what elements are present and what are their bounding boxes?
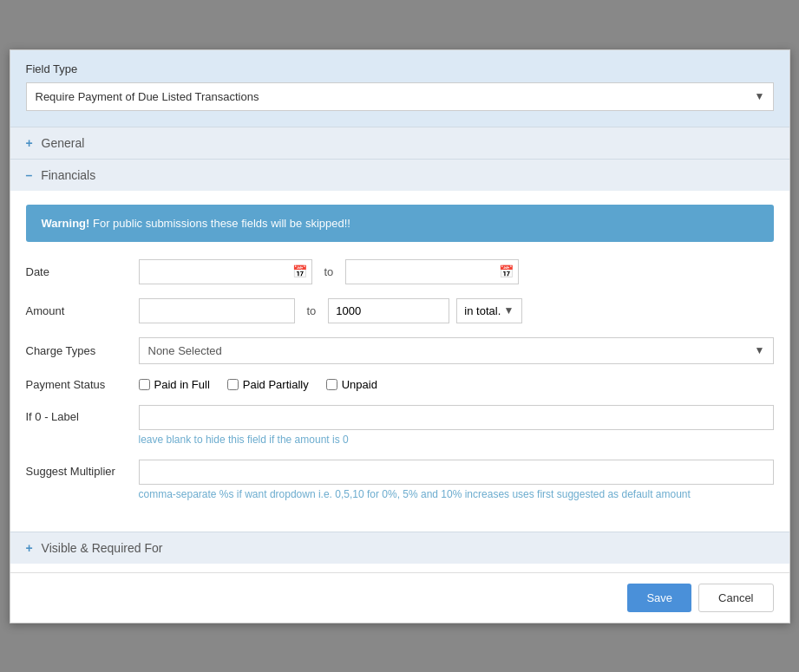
amount-to-input[interactable]: 1000 xyxy=(328,298,449,323)
save-button[interactable]: Save xyxy=(627,584,691,612)
paid-partially-checkbox[interactable] xyxy=(227,379,239,390)
general-section-header[interactable]: + General xyxy=(10,127,789,159)
if-zero-label-controls: leave blank to hide this field if the am… xyxy=(139,405,774,446)
amount-controls: to 1000 in total. ▼ xyxy=(139,298,774,323)
charge-types-select[interactable]: None Selected xyxy=(139,337,774,364)
amount-row: Amount to 1000 in total. ▼ xyxy=(26,298,774,323)
amount-from-input[interactable] xyxy=(139,298,295,323)
field-type-label: Field Type xyxy=(26,62,774,75)
unpaid-checkbox-item[interactable]: Unpaid xyxy=(326,378,377,391)
payment-status-row: Payment Status Paid in Full Paid Partial… xyxy=(26,378,774,391)
charge-types-controls: None Selected ▼ xyxy=(139,337,774,364)
warning-box: Warning! For public submissions these fi… xyxy=(26,205,774,242)
payment-status-checkboxes: Paid in Full Paid Partially Unpaid xyxy=(139,378,377,391)
warning-text: For public submissions these fields will… xyxy=(93,217,350,230)
if-zero-label-label: If 0 - Label xyxy=(26,405,139,423)
paid-partially-label: Paid Partially xyxy=(243,378,309,391)
charge-types-label: Charge Types xyxy=(26,344,139,357)
amount-to-label: to xyxy=(307,304,317,317)
date-from-input[interactable] xyxy=(139,259,312,284)
if-zero-hint: leave blank to hide this field if the am… xyxy=(139,434,774,446)
date-controls: 📅 to 📅 xyxy=(139,259,774,284)
paid-in-full-checkbox[interactable] xyxy=(139,379,150,390)
charge-types-select-wrap: None Selected ▼ xyxy=(139,337,774,364)
paid-in-full-label: Paid in Full xyxy=(154,378,210,391)
footer: Save Cancel xyxy=(10,572,789,623)
date-to-input[interactable] xyxy=(345,259,519,284)
suggest-multiplier-hint: comma-separate %s if want dropdown i.e. … xyxy=(139,488,774,500)
suggest-multiplier-label: Suggest Multiplier xyxy=(26,460,139,478)
date-to-label: to xyxy=(324,265,334,278)
suggest-multiplier-controls: comma-separate %s if want dropdown i.e. … xyxy=(139,460,774,500)
suggest-multiplier-input[interactable] xyxy=(139,460,774,485)
in-total-wrap: in total. ▼ xyxy=(456,298,522,323)
suggest-multiplier-row: Suggest Multiplier comma-separate %s if … xyxy=(26,460,774,500)
if-zero-label-input[interactable] xyxy=(139,405,774,430)
visible-required-toggle-icon: + xyxy=(26,541,33,555)
date-from-wrap: 📅 xyxy=(139,259,312,284)
field-type-select-wrap: Require Payment of Due Listed Transactio… xyxy=(26,82,774,111)
charge-types-row: Charge Types None Selected ▼ xyxy=(26,337,774,364)
paid-in-full-checkbox-item[interactable]: Paid in Full xyxy=(139,378,210,391)
if-zero-label-row: If 0 - Label leave blank to hide this fi… xyxy=(26,405,774,446)
financials-body: Warning! For public submissions these fi… xyxy=(10,191,789,532)
field-type-section: Field Type Require Payment of Due Listed… xyxy=(10,50,789,127)
cancel-button[interactable]: Cancel xyxy=(698,584,773,612)
date-to-wrap: 📅 xyxy=(345,259,519,284)
general-section-label: General xyxy=(42,136,85,150)
unpaid-checkbox[interactable] xyxy=(326,379,337,390)
general-toggle-icon: + xyxy=(26,136,33,150)
amount-label: Amount xyxy=(26,304,139,317)
financials-section-header[interactable]: – Financials xyxy=(10,159,789,191)
visible-required-section-header[interactable]: + Visible & Required For xyxy=(10,532,789,564)
date-row: Date 📅 to 📅 xyxy=(26,259,774,284)
unpaid-label: Unpaid xyxy=(342,378,377,391)
visible-required-section-label: Visible & Required For xyxy=(42,541,163,555)
field-type-select[interactable]: Require Payment of Due Listed Transactio… xyxy=(26,82,774,111)
financials-section-label: Financials xyxy=(41,168,95,182)
paid-partially-checkbox-item[interactable]: Paid Partially xyxy=(227,378,309,391)
date-label: Date xyxy=(26,265,139,278)
in-total-select[interactable]: in total. xyxy=(456,298,522,323)
payment-status-label: Payment Status xyxy=(26,378,139,391)
modal-container: Field Type Require Payment of Due Listed… xyxy=(10,49,790,623)
warning-bold: Warning! xyxy=(42,217,90,230)
financials-toggle-icon: – xyxy=(26,168,33,182)
